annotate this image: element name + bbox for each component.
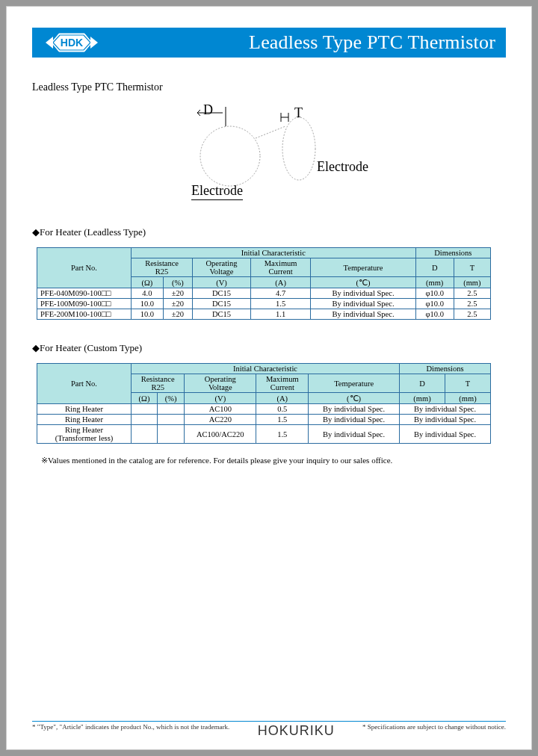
th-part: Part No.: [37, 364, 132, 404]
component-diagram: D T Electrode Electrode: [32, 96, 506, 204]
th-t: T: [445, 374, 490, 393]
svg-line-11: [256, 126, 285, 138]
th-unit-v: (V): [193, 277, 251, 288]
label-d: D: [203, 102, 213, 118]
th-ov: Operating Voltage: [185, 374, 256, 393]
th-initial: Initial Characteristic: [132, 364, 400, 374]
sub-heading: Leadless Type PTC Thermistor: [32, 81, 506, 93]
th-unit-c: (℃): [309, 393, 400, 404]
th-mc: Maximum Current: [250, 258, 310, 277]
section-heater-leadless: ◆For Heater (Leadless Type): [32, 226, 506, 238]
footer-left: * "Type", "Article" indicates the produc…: [32, 723, 229, 731]
svg-point-5: [282, 117, 315, 180]
svg-marker-2: [46, 37, 53, 49]
th-unit-mm2: (mm): [454, 277, 490, 288]
table-row: PFE-040M090-100□□ 4.0 ±20 DC15 4.7 By in…: [37, 288, 491, 299]
label-electrode-right: Electrode: [317, 159, 368, 175]
th-unit-ohm: (Ω): [132, 393, 158, 404]
section-heater-custom: ◆For Heater (Custom Type): [32, 342, 506, 354]
th-dimensions: Dimensions: [400, 364, 491, 374]
page: HDK Leadless Type PTC Thermistor Leadles…: [6, 6, 532, 750]
header-bar: HDK Leadless Type PTC Thermistor: [32, 28, 506, 58]
th-ov: Operating Voltage: [193, 258, 251, 277]
title: Leadless Type PTC Thermistor: [249, 31, 495, 54]
th-temp: Temperature: [309, 374, 400, 393]
table-row: Ring Heater (Transformer less) AC100/AC2…: [37, 425, 491, 444]
th-unit-mm1: (mm): [415, 277, 454, 288]
table-row: Ring Heater AC220 1.5 By individual Spec…: [37, 415, 491, 425]
label-t: T: [294, 105, 303, 121]
th-unit-pct: (%): [163, 277, 192, 288]
th-unit-c: (℃): [311, 277, 415, 288]
table-custom: Part No. Initial Characteristic Dimensio…: [37, 363, 491, 444]
th-d: D: [415, 258, 454, 277]
th-unit-ohm: (Ω): [132, 277, 164, 288]
th-t: T: [454, 258, 490, 277]
note: ※Values mentioned in the catalog are for…: [41, 456, 506, 465]
th-mc: Maximum Current: [256, 374, 309, 393]
logo: HDK: [43, 31, 101, 55]
table-row: Ring Heater AC100 0.5 By individual Spec…: [37, 404, 491, 415]
th-unit-a: (A): [250, 277, 310, 288]
th-unit-mm1: (mm): [400, 393, 445, 404]
th-d: D: [400, 374, 445, 393]
logo-text: HDK: [61, 37, 83, 49]
table-leadless: Part No. Initial Characteristic Dimensio…: [37, 247, 491, 320]
th-unit-v: (V): [185, 393, 256, 404]
footer: * "Type", "Article" indicates the produc…: [32, 721, 506, 739]
footer-right: * Specifications are subject to change w…: [362, 723, 506, 731]
th-temp: Temperature: [311, 258, 415, 277]
th-initial: Initial Characteristic: [132, 248, 416, 258]
th-resistance: Resistance R25: [132, 258, 193, 277]
table-row: PFE-100M090-100□□ 10.0 ±20 DC15 1.5 By i…: [37, 299, 491, 309]
th-unit-pct: (%): [157, 393, 184, 404]
th-unit-a: (A): [256, 393, 309, 404]
svg-marker-3: [90, 37, 98, 49]
svg-point-4: [200, 126, 260, 186]
label-electrode-left: Electrode: [191, 183, 243, 200]
th-resistance: Resistance R25: [132, 374, 185, 393]
footer-brand: HOKURIKU: [258, 723, 335, 739]
diagram-svg: [157, 96, 381, 201]
th-part: Part No.: [37, 248, 132, 288]
th-dimensions: Dimensions: [415, 248, 490, 258]
logo-icon: HDK: [43, 31, 101, 55]
table-row: PFE-200M100-100□□ 10.0 ±20 DC15 1.1 By i…: [37, 309, 491, 320]
th-unit-mm2: (mm): [445, 393, 490, 404]
